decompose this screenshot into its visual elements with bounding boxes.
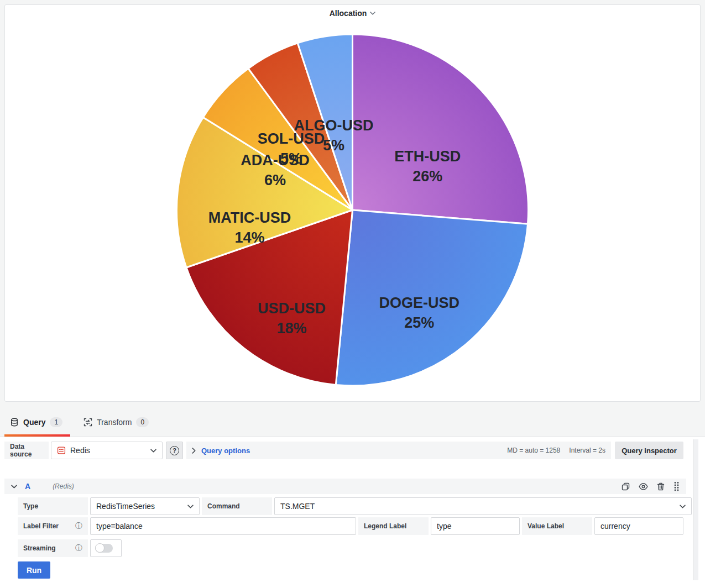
tab-transform-count: 0 xyxy=(136,417,149,427)
grip-dots-icon xyxy=(673,481,680,491)
allocation-pie-chart: ETH-USD26%DOGE-USD25%USD-USD18%MATIC-USD… xyxy=(5,22,700,401)
chevron-down-icon xyxy=(370,12,375,15)
command-select-value: TS.MGET xyxy=(280,502,680,511)
label-filter-field-label: Label Filter ⓘ xyxy=(18,517,88,535)
redis-datasource-icon xyxy=(57,446,66,455)
query-datasource-hint: (Redis) xyxy=(53,482,74,490)
toggle-track xyxy=(95,544,113,553)
tab-query-count: 1 xyxy=(50,417,62,427)
tab-transform-label: Transform xyxy=(97,418,132,427)
command-field-label: Command xyxy=(202,497,272,515)
pie-slice-eth-usd[interactable] xyxy=(353,34,529,224)
label-filter-input[interactable] xyxy=(90,517,356,535)
tab-query-label: Query xyxy=(23,418,45,427)
copy-icon xyxy=(622,482,630,491)
type-field-label: Type xyxy=(18,497,88,515)
tab-query[interactable]: Query 1 xyxy=(4,408,70,437)
query-inspector-button[interactable]: Query inspector xyxy=(615,442,683,459)
chevron-down-icon xyxy=(187,505,194,508)
trash-icon xyxy=(657,482,665,491)
toggle-knob xyxy=(95,543,105,553)
datasource-value: Redis xyxy=(70,446,150,455)
chevron-down-icon xyxy=(150,449,156,453)
query-row-header[interactable]: A (Redis) xyxy=(4,479,686,494)
max-datapoints-text: MD = auto = 1258 xyxy=(507,447,560,454)
active-tab-underline xyxy=(4,434,70,437)
datasource-picker[interactable]: Redis xyxy=(51,442,163,459)
query-options-toggle[interactable]: Query options xyxy=(201,447,250,455)
query-ref-id: A xyxy=(25,482,30,491)
value-label-input[interactable] xyxy=(594,517,683,535)
duplicate-query-button[interactable] xyxy=(622,482,630,491)
type-select[interactable]: RedisTimeSeries xyxy=(90,497,200,515)
chevron-right-icon xyxy=(192,448,196,454)
streaming-toggle[interactable] xyxy=(90,539,122,557)
interval-text: Interval = 2s xyxy=(569,447,605,454)
tab-transform[interactable]: Transform 0 xyxy=(78,408,156,437)
drag-handle[interactable] xyxy=(673,481,680,491)
chevron-down-icon xyxy=(680,505,686,508)
database-icon xyxy=(10,418,19,427)
hide-query-button[interactable] xyxy=(639,483,648,490)
allocation-panel: Allocation ETH-USD26%DOGE-USD25%USD-USD1… xyxy=(4,4,701,402)
grafana-edit-panel: Allocation ETH-USD26%DOGE-USD25%USD-USD1… xyxy=(0,0,705,588)
info-icon: ⓘ xyxy=(75,543,82,553)
panel-title: Allocation xyxy=(330,9,367,18)
delete-query-button[interactable] xyxy=(657,482,665,491)
type-select-value: RedisTimeSeries xyxy=(96,502,187,511)
legend-label-input[interactable] xyxy=(431,517,520,535)
info-icon: ⓘ xyxy=(75,521,82,531)
panel-title-menu[interactable]: Allocation xyxy=(5,5,700,22)
datasource-label: Data source xyxy=(4,442,49,459)
value-label-field-label: Value Label xyxy=(522,517,592,535)
transform-icon xyxy=(83,418,92,427)
datasource-help-button[interactable]: ? xyxy=(166,442,183,459)
eye-icon xyxy=(639,483,648,490)
collapse-chevron-icon[interactable] xyxy=(11,485,17,489)
streaming-field-label: Streaming ⓘ xyxy=(18,539,88,557)
run-button[interactable]: Run xyxy=(18,561,50,579)
query-options-bar: Query options MD = auto = 1258 Interval … xyxy=(186,442,611,459)
scrollbar[interactable] xyxy=(693,439,698,580)
legend-label-field-label: Legend Label xyxy=(358,517,429,535)
question-icon: ? xyxy=(170,446,179,455)
editor-tabbar: Query 1 Transform 0 xyxy=(0,408,705,437)
command-select[interactable]: TS.MGET xyxy=(274,497,692,515)
